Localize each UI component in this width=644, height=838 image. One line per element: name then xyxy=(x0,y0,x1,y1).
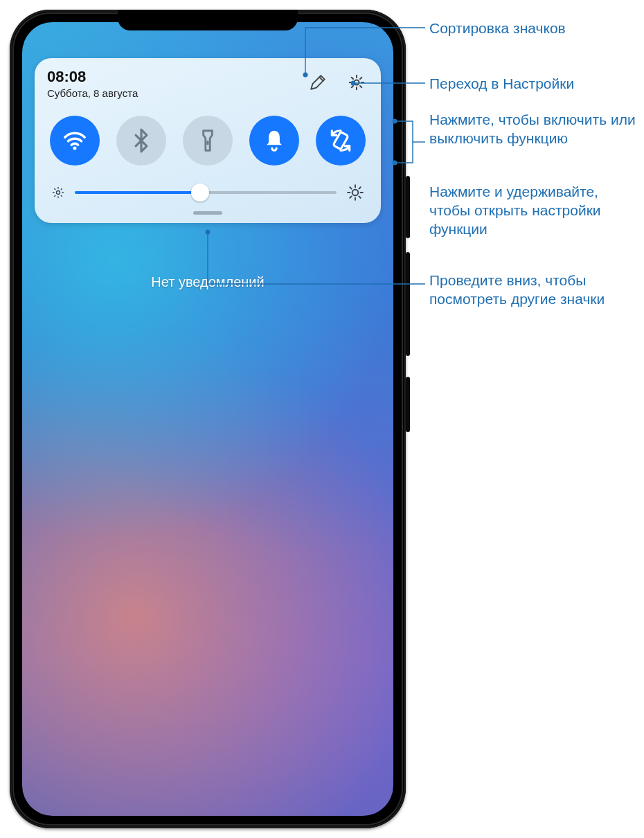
toggle-wifi[interactable] xyxy=(50,116,100,166)
clock-block: 08:08 Суббота, 8 августа xyxy=(47,69,138,99)
svg-line-12 xyxy=(61,189,62,190)
clock-date: Суббота, 8 августа xyxy=(47,87,138,99)
toggle-sound[interactable] xyxy=(249,116,299,166)
svg-line-9 xyxy=(55,189,55,190)
svg-point-0 xyxy=(355,80,359,85)
phone-frame: 08:08 Суббота, 8 августа xyxy=(10,10,406,828)
toggle-autorotate[interactable] xyxy=(316,116,366,166)
phone-screen: 08:08 Суббота, 8 августа xyxy=(22,22,393,816)
toggle-flashlight[interactable] xyxy=(183,116,233,166)
svg-point-4 xyxy=(57,191,60,195)
phone-side-button xyxy=(406,176,410,238)
callout-sort-icons: Сортировка значков xyxy=(429,19,566,38)
brightness-row xyxy=(47,184,368,204)
callout-tap-toggle: Нажмите, чтобы включить или выключить фу… xyxy=(429,111,637,148)
no-notifications-label: Нет уведомлений xyxy=(22,274,393,290)
svg-line-10 xyxy=(61,195,62,196)
svg-line-19 xyxy=(359,196,360,197)
panel-drag-handle[interactable] xyxy=(193,211,222,215)
svg-point-13 xyxy=(352,190,359,196)
quick-toggles-row xyxy=(47,116,368,166)
phone-notch xyxy=(118,10,298,30)
svg-point-1 xyxy=(73,147,76,150)
callout-swipe-down: Проведите вниз, чтобы посмотреть другие … xyxy=(429,271,637,309)
svg-line-18 xyxy=(350,187,351,188)
edit-icon[interactable] xyxy=(306,71,330,94)
brightness-low-icon xyxy=(51,186,65,199)
brightness-high-icon xyxy=(346,184,364,202)
phone-side-button xyxy=(406,377,410,432)
svg-line-21 xyxy=(359,187,360,188)
clock-time: 08:08 xyxy=(47,69,138,84)
toggle-bluetooth[interactable] xyxy=(116,116,166,166)
brightness-thumb[interactable] xyxy=(191,184,209,202)
quick-settings-panel: 08:08 Суббота, 8 августа xyxy=(35,58,381,223)
gear-icon[interactable] xyxy=(345,71,368,94)
callout-open-settings: Переход в Настройки xyxy=(429,75,574,93)
phone-side-button xyxy=(406,252,410,356)
svg-line-20 xyxy=(350,196,351,197)
svg-line-11 xyxy=(55,195,55,196)
callout-long-press: Нажмите и удерживайте, чтобы открыть нас… xyxy=(429,183,637,239)
brightness-slider[interactable] xyxy=(75,184,337,201)
